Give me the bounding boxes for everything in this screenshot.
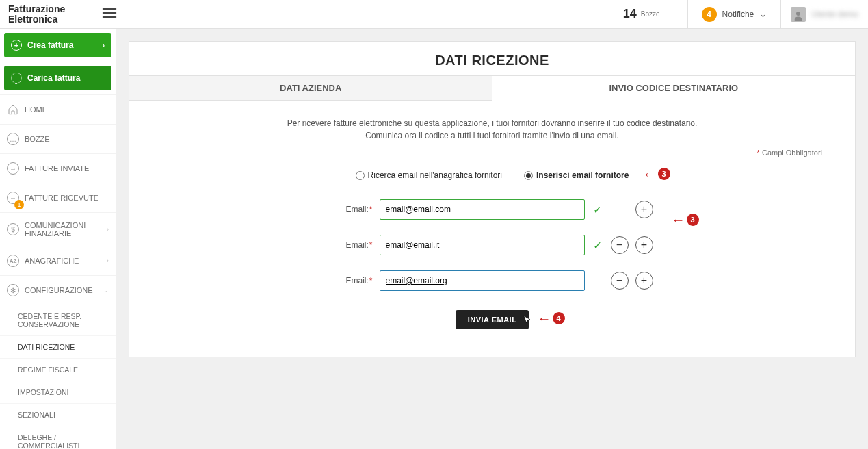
remove-email-button[interactable]: −	[611, 272, 629, 290]
add-email-button[interactable]: +	[635, 201, 653, 218]
email-label: Email:*	[332, 276, 373, 285]
remove-email-button[interactable]: −	[611, 236, 629, 254]
sidebar-item-comunicazioni[interactable]: $ COMUNICAZIONI FINANZIARIE ›	[0, 212, 116, 246]
info-text-1: Per ricevere fatture elettroniche su que…	[162, 117, 822, 129]
chevron-right-icon: ›	[107, 257, 109, 264]
drafts-icon: …	[7, 133, 19, 145]
panel-dati-ricezione: DATI RICEZIONE DATI AZIENDA INVIO CODICE…	[129, 41, 856, 357]
menu-toggle-icon[interactable]	[96, 5, 123, 23]
annotation-4: ←4	[538, 311, 565, 325]
config-sub-impostazioni[interactable]: IMPOSTAZIONI	[0, 381, 116, 403]
add-email-button[interactable]: +	[635, 272, 653, 290]
chevron-down-icon: ⌄	[759, 9, 767, 19]
tab-invio-codice[interactable]: INVIO CODICE DESTINATARIO	[492, 75, 856, 101]
panel-title: DATI RICEZIONE	[129, 42, 855, 75]
notif-label: Notifiche	[722, 10, 754, 19]
top-bar: Fatturazione Elettronica 14 Bozze 4 Noti…	[0, 0, 868, 29]
upload-invoice-button[interactable]: Carica fattura	[4, 66, 111, 90]
annotation-3a: ←3	[643, 167, 670, 181]
drafts-label: Bozze	[641, 10, 660, 18]
email-input-1[interactable]	[380, 199, 585, 220]
registry-icon: AZ	[7, 255, 19, 267]
config-sub-cedente[interactable]: CEDENTE E RESP. CONSERVAZIONE	[0, 305, 116, 335]
email-input-2[interactable]	[380, 235, 585, 255]
username-label: Utente demo	[811, 10, 858, 19]
check-icon: ✓	[592, 239, 604, 252]
tabs: DATI AZIENDA INVIO CODICE DESTINATARIO	[129, 75, 855, 101]
sidebar-item-label: FATTURE INVIATE	[25, 164, 89, 172]
cursor-icon	[521, 314, 534, 326]
info-text-2: Comunica ora il codice a tutti i tuoi fo…	[162, 129, 822, 142]
email-label: Email:*	[332, 205, 373, 214]
sidebar-item-home[interactable]: HOME	[0, 94, 116, 124]
notif-badge: 4	[702, 7, 717, 22]
chevron-right-icon: ›	[107, 226, 109, 233]
upload-invoice-label: Carica fattura	[27, 73, 80, 83]
annotation-3b: ←3	[672, 213, 699, 227]
sidebar-item-fatture-ricevute[interactable]: ← FATTURE RICEVUTE 1	[0, 183, 116, 212]
arrow-out-icon: →	[7, 162, 19, 175]
notifications-button[interactable]: 4 Notifiche ⌄	[687, 0, 781, 29]
email-input-3[interactable]	[380, 270, 585, 291]
finance-icon: $	[7, 223, 19, 235]
chevron-right-icon: ›	[103, 42, 105, 49]
chevron-down-icon: ⌄	[103, 287, 109, 294]
user-menu[interactable]: Utente demo	[780, 0, 868, 29]
config-sub-deleghe[interactable]: DELEGHE / COMMERCIALISTI	[0, 426, 116, 449]
sidebar-item-label: HOME	[25, 105, 47, 114]
email-row-1: Email:* ✓ +	[162, 199, 822, 220]
create-invoice-button[interactable]: + Crea fattura ›	[4, 33, 111, 57]
add-email-button[interactable]: +	[635, 236, 653, 254]
received-badge: 1	[14, 200, 24, 209]
radio-group: Ricerca email nell'anagrafica fornitori …	[162, 170, 822, 180]
sidebar-item-label: BOZZE	[25, 135, 50, 143]
spinner-icon	[11, 73, 22, 84]
sidebar-item-fatture-inviate[interactable]: → FATTURE INVIATE	[0, 153, 116, 183]
radio-icon	[356, 171, 365, 180]
sidebar-item-label: FATTURE RICEVUTE	[25, 194, 98, 202]
config-sub-sezionali[interactable]: SEZIONALI	[0, 403, 116, 426]
email-row-3: Email:* − +	[162, 270, 822, 291]
sidebar-item-configurazione[interactable]: ✻ CONFIGURAZIONE ⌄	[0, 275, 116, 305]
tab-dati-azienda[interactable]: DATI AZIENDA	[129, 75, 492, 101]
home-icon	[7, 103, 19, 116]
sidebar-item-bozze[interactable]: … BOZZE	[0, 124, 116, 153]
email-row-2: Email:* ✓ − + ←3	[162, 235, 822, 255]
sidebar-item-label: ANAGRAFICHE	[25, 257, 79, 265]
config-sub-regime[interactable]: REGIME FISCALE	[0, 358, 116, 381]
drafts-count: 14	[623, 7, 637, 21]
check-icon: ✓	[592, 203, 604, 216]
create-invoice-label: Crea fattura	[27, 40, 73, 50]
radio-label: Inserisci email fornitore	[536, 170, 629, 180]
radio-label: Ricerca email nell'anagrafica fornitori	[368, 170, 502, 180]
send-email-button[interactable]: INVIA EMAIL	[456, 310, 529, 329]
brand-logo: Fatturazione Elettronica	[0, 4, 96, 24]
main-content: DATI RICEZIONE DATI AZIENDA INVIO CODICE…	[116, 29, 868, 449]
avatar-icon	[791, 7, 806, 22]
config-sub-dati-ricezione[interactable]: DATI RICEZIONE	[0, 335, 116, 358]
sidebar: + Crea fattura › Carica fattura HOME … B…	[0, 29, 116, 449]
required-note: * Campi Obbligatori	[162, 149, 822, 157]
sidebar-item-anagrafiche[interactable]: AZ ANAGRAFICHE ›	[0, 246, 116, 275]
radio-search[interactable]: Ricerca email nell'anagrafica fornitori	[356, 170, 502, 180]
sidebar-item-label: CONFIGURAZIONE	[25, 286, 93, 294]
sidebar-item-label: COMUNICAZIONI FINANZIARIE	[25, 221, 101, 238]
radio-insert[interactable]: Inserisci email fornitore	[524, 170, 629, 180]
drafts-counter[interactable]: 14 Bozze	[623, 7, 660, 21]
radio-icon	[524, 171, 533, 180]
plus-circle-icon: +	[11, 40, 22, 51]
gear-icon: ✻	[7, 284, 19, 296]
email-label: Email:*	[332, 240, 373, 250]
